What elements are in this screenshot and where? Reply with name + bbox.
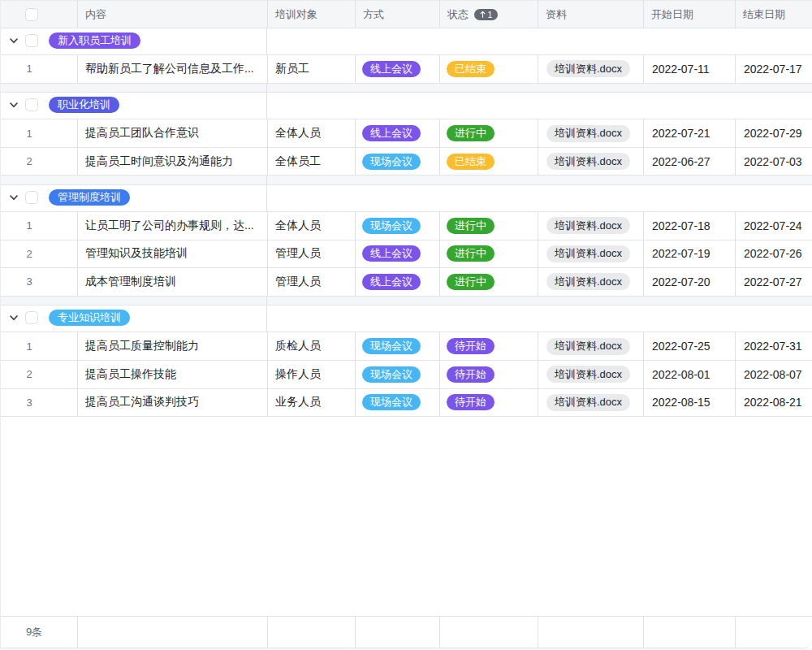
cell-content[interactable]: 提高员工质量控制能力 [78,332,268,360]
cell-end[interactable]: 2022-08-07 [736,361,812,388]
cell-rowheader[interactable]: 1 [0,55,78,83]
group-select-checkbox[interactable] [25,311,38,324]
cell-content[interactable]: 提高员工沟通谈判技巧 [78,389,268,417]
cell-content[interactable]: 提高员工团队合作意识 [78,119,268,147]
status-pill[interactable]: 进行中 [447,125,495,141]
cell-method[interactable]: 现场会议 [356,148,440,176]
cell-start[interactable]: 2022-08-01 [644,361,736,388]
cell-status[interactable]: 进行中 [440,212,538,240]
cell-status[interactable]: 待开始 [440,332,538,360]
column-header-audience[interactable]: 培训对象 [268,1,356,28]
cell-status[interactable]: 进行中 [440,240,538,268]
cell-rowheader[interactable]: 2 [0,240,78,268]
chevron-down-icon[interactable] [8,35,19,46]
cell-material[interactable]: 培训资料.docx [538,55,644,83]
cell-material[interactable]: 培训资料.docx [538,240,644,268]
column-header-status[interactable]: 状态1 [440,1,538,28]
record-row[interactable]: 3成本管理制度培训管理人员线上会议进行中培训资料.docx2022-07-202… [0,268,812,297]
cell-end[interactable]: 2022-07-17 [736,55,812,83]
cell-rowheader[interactable]: 2 [0,148,78,176]
record-row[interactable]: 2提高员工操作技能操作人员现场会议待开始培训资料.docx2022-08-012… [0,361,812,389]
cell-start[interactable]: 2022-07-25 [644,332,736,360]
cell-rowheader[interactable]: 3 [0,268,78,296]
cell-end[interactable]: 2022-07-31 [736,332,812,360]
chevron-down-icon[interactable] [8,99,19,110]
cell-start[interactable]: 2022-08-15 [644,389,736,417]
method-pill[interactable]: 线上会议 [362,61,421,77]
attachment-chip[interactable]: 培训资料.docx [546,245,630,262]
cell-content[interactable]: 提高员工时间意识及沟通能力 [78,148,268,176]
status-pill[interactable]: 待开始 [447,366,495,383]
cell-method[interactable]: 现场会议 [356,212,440,240]
cell-rowheader[interactable]: 1 [0,212,78,240]
column-header-end[interactable]: 结束日期 [736,1,812,28]
method-pill[interactable]: 现场会议 [362,218,421,234]
column-header-rowheader[interactable] [0,1,78,28]
cell-audience[interactable]: 质检人员 [268,332,356,360]
cell-end[interactable]: 2022-08-21 [736,389,812,417]
attachment-chip[interactable]: 培训资料.docx [546,60,630,77]
column-header-method[interactable]: 方式 [356,1,440,28]
cell-method[interactable]: 现场会议 [356,389,440,417]
group-select-checkbox[interactable] [25,98,38,111]
group-name-pill[interactable]: 新入职员工培训 [49,32,140,49]
chevron-down-icon[interactable] [8,312,19,323]
cell-method[interactable]: 现场会议 [356,332,440,360]
status-pill[interactable]: 已结束 [447,154,495,170]
method-pill[interactable]: 线上会议 [362,274,421,290]
cell-start[interactable]: 2022-07-11 [644,55,736,83]
cell-method[interactable]: 线上会议 [356,55,440,83]
record-row[interactable]: 1让员工明了公司的办事规则，达...全体人员现场会议进行中培训资料.docx20… [0,212,812,240]
status-pill[interactable]: 进行中 [447,245,495,262]
cell-start[interactable]: 2022-07-18 [644,212,736,240]
cell-audience[interactable]: 管理人员 [268,268,356,296]
cell-end[interactable]: 2022-07-29 [736,119,812,147]
status-pill[interactable]: 进行中 [447,218,495,234]
record-row[interactable]: 3提高员工沟通谈判技巧业务人员现场会议待开始培训资料.docx2022-08-1… [0,389,812,418]
cell-audience[interactable]: 全体员工 [268,148,356,176]
method-pill[interactable]: 现场会议 [362,338,421,354]
cell-audience[interactable]: 新员工 [268,55,356,83]
cell-end[interactable]: 2022-07-27 [736,268,812,296]
record-row[interactable]: 2提高员工时间意识及沟通能力全体员工现场会议已结束培训资料.docx2022-0… [0,148,812,176]
method-pill[interactable]: 现场会议 [362,366,421,383]
cell-material[interactable]: 培训资料.docx [538,361,644,388]
attachment-chip[interactable]: 培训资料.docx [546,338,630,355]
cell-material[interactable]: 培训资料.docx [538,332,644,360]
cell-end[interactable]: 2022-07-24 [736,212,812,240]
cell-start[interactable]: 2022-07-20 [644,268,736,296]
cell-status[interactable]: 进行中 [440,119,538,147]
cell-audience[interactable]: 全体人员 [268,212,356,240]
cell-audience[interactable]: 业务人员 [268,389,356,417]
method-pill[interactable]: 现场会议 [362,394,421,410]
group-name-pill[interactable]: 职业化培训 [49,97,119,113]
cell-start[interactable]: 2022-07-21 [644,119,736,147]
method-pill[interactable]: 现场会议 [362,154,421,170]
status-pill[interactable]: 已结束 [447,61,495,77]
record-row[interactable]: 1提高员工质量控制能力质检人员现场会议待开始培训资料.docx2022-07-2… [0,332,812,361]
attachment-chip[interactable]: 培训资料.docx [546,125,630,142]
attachment-chip[interactable]: 培训资料.docx [546,366,630,383]
method-pill[interactable]: 线上会议 [362,125,421,141]
cell-material[interactable]: 培训资料.docx [538,212,644,240]
record-row[interactable]: 1提高员工团队合作意识全体人员线上会议进行中培训资料.docx2022-07-2… [0,119,812,148]
cell-material[interactable]: 培训资料.docx [538,119,644,147]
column-header-start[interactable]: 开始日期 [644,1,736,28]
cell-content[interactable]: 帮助新员工了解公司信息及工作... [78,55,268,83]
chevron-down-icon[interactable] [8,192,19,203]
cell-status[interactable]: 已结束 [440,55,538,83]
status-pill[interactable]: 进行中 [447,274,495,290]
cell-end[interactable]: 2022-07-26 [736,240,812,268]
cell-audience[interactable]: 全体人员 [268,119,356,147]
cell-method[interactable]: 现场会议 [356,361,440,388]
cell-method[interactable]: 线上会议 [356,240,440,268]
attachment-chip[interactable]: 培训资料.docx [546,217,630,234]
cell-status[interactable]: 待开始 [440,389,538,417]
cell-end[interactable]: 2022-07-03 [736,148,812,176]
cell-rowheader[interactable]: 2 [0,361,78,388]
column-header-content[interactable]: 内容 [78,1,268,28]
cell-method[interactable]: 线上会议 [356,268,440,296]
attachment-chip[interactable]: 培训资料.docx [546,394,630,411]
attachment-chip[interactable]: 培训资料.docx [546,153,630,170]
column-header-material[interactable]: 资料 [538,1,644,28]
